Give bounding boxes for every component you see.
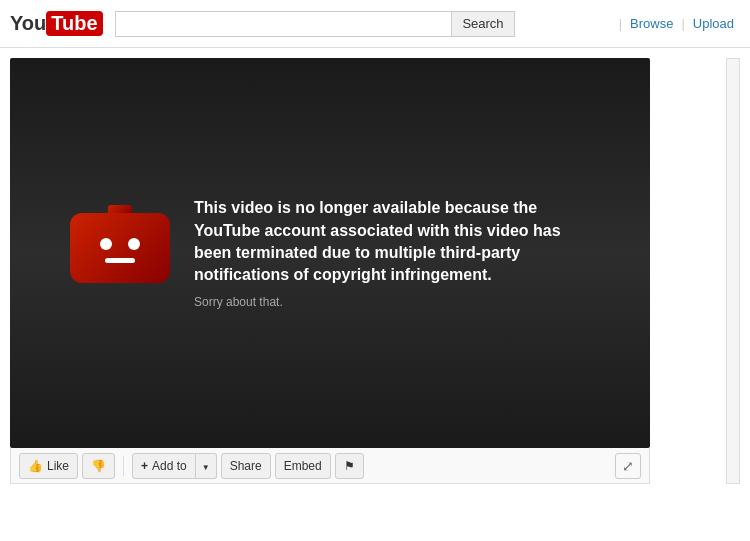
browse-link[interactable]: Browse xyxy=(624,16,679,31)
expand-button[interactable] xyxy=(615,453,641,479)
search-button[interactable]: Search xyxy=(451,11,514,37)
logo-tube-text: Tube xyxy=(46,11,102,36)
nav-divider: | xyxy=(619,16,622,31)
error-title: This video is no longer available becaus… xyxy=(194,197,590,287)
flag-icon xyxy=(344,459,355,473)
main-content: This video is no longer available becaus… xyxy=(0,48,750,494)
error-content: This video is no longer available becaus… xyxy=(50,177,610,329)
header-nav: | Browse | Upload xyxy=(619,16,740,31)
nav-divider-2: | xyxy=(681,16,684,31)
video-player: This video is no longer available becaus… xyxy=(10,58,650,448)
error-subtitle: Sorry about that. xyxy=(194,295,590,309)
add-to-group: Add to xyxy=(132,453,217,479)
share-label: Share xyxy=(230,459,262,473)
dislike-button[interactable] xyxy=(82,453,115,479)
robot-eye-right xyxy=(128,238,140,250)
upload-link[interactable]: Upload xyxy=(687,16,740,31)
expand-icon xyxy=(622,458,634,474)
robot-tab xyxy=(108,205,132,213)
chevron-down-icon xyxy=(202,459,210,473)
plus-icon xyxy=(141,459,148,473)
robot-mouth xyxy=(105,258,135,263)
robot-eyes xyxy=(100,238,140,250)
sad-robot-icon xyxy=(70,213,170,293)
search-input[interactable] xyxy=(115,11,452,37)
flag-button[interactable] xyxy=(335,453,364,479)
embed-label: Embed xyxy=(284,459,322,473)
search-form: Search xyxy=(115,11,515,37)
content-area: This video is no longer available becaus… xyxy=(10,58,716,484)
add-to-label: Add to xyxy=(152,459,187,473)
logo[interactable]: YouTube xyxy=(10,11,103,36)
like-icon xyxy=(28,459,43,473)
logo-you-text: You xyxy=(10,12,46,35)
error-text-container: This video is no longer available becaus… xyxy=(194,197,590,309)
robot-body xyxy=(70,213,170,283)
share-button[interactable]: Share xyxy=(221,453,271,479)
like-button[interactable]: Like xyxy=(19,453,78,479)
robot-eye-left xyxy=(100,238,112,250)
embed-button[interactable]: Embed xyxy=(275,453,331,479)
add-to-dropdown-button[interactable] xyxy=(196,453,217,479)
action-bar: Like Add to Share xyxy=(10,448,650,484)
add-to-button[interactable]: Add to xyxy=(132,453,196,479)
scrollbar[interactable] xyxy=(726,58,740,484)
like-label: Like xyxy=(47,459,69,473)
dislike-icon xyxy=(91,459,106,473)
header: YouTube Search | Browse | Upload xyxy=(0,0,750,48)
action-divider-1 xyxy=(123,456,124,476)
